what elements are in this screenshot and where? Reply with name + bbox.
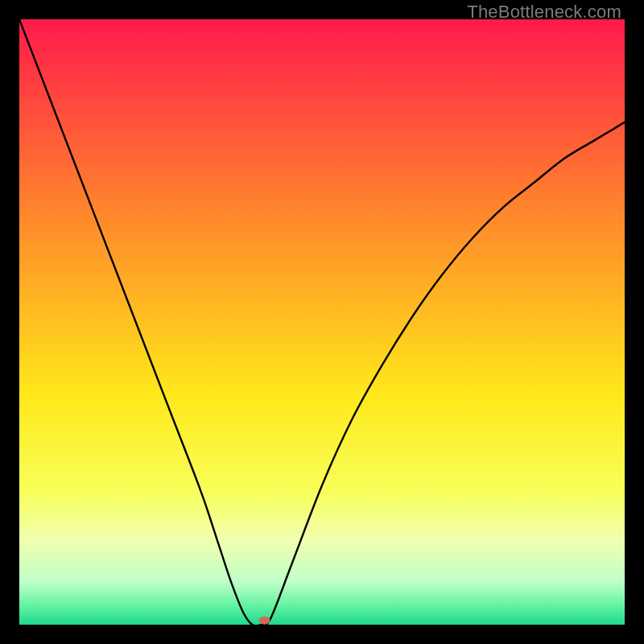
watermark-text: TheBottleneck.com: [467, 2, 621, 23]
chart-frame: [19, 19, 625, 625]
curve-minimum-marker: [259, 617, 270, 625]
bottleneck-chart: [19, 19, 625, 625]
gradient-background: [19, 19, 625, 625]
